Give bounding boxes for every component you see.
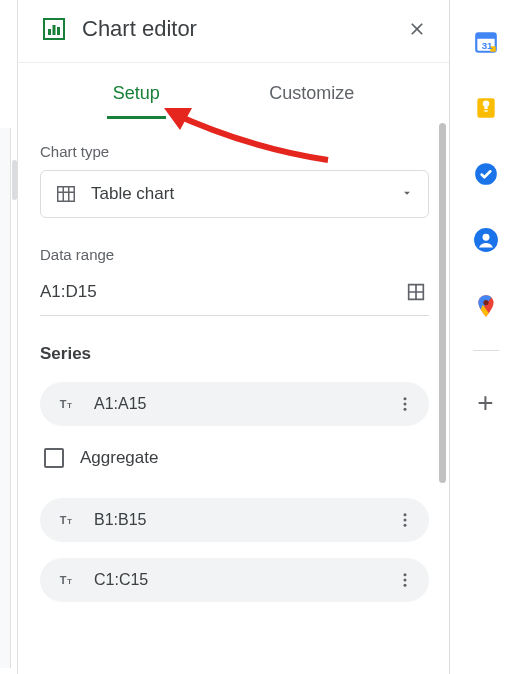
svg-text:31: 31 (481, 40, 492, 51)
text-format-icon: TT (58, 510, 78, 530)
text-format-icon: TT (58, 394, 78, 414)
chart-type-select[interactable]: Table chart (40, 170, 429, 218)
maps-app-button[interactable] (472, 292, 500, 320)
series-item-0[interactable]: TT A1:A15 (40, 382, 429, 426)
plus-icon: + (477, 389, 493, 417)
series-item-label: A1:A15 (94, 395, 375, 413)
tab-setup[interactable]: Setup (107, 63, 166, 119)
svg-rect-3 (57, 27, 60, 35)
tasks-icon (473, 161, 499, 187)
aggregate-checkbox[interactable] (44, 448, 64, 468)
spreadsheet-edge (0, 0, 18, 674)
more-vert-icon (396, 571, 414, 589)
table-chart-icon (55, 183, 77, 205)
contacts-app-button[interactable] (472, 226, 500, 254)
panel-title: Chart editor (82, 16, 389, 42)
svg-text:T: T (60, 574, 67, 586)
panel-body: Chart type Table chart Data range A1:D15… (18, 119, 449, 674)
series-item-label: B1:B15 (94, 511, 375, 529)
svg-text:T: T (67, 577, 72, 586)
tabs: Setup Customize (18, 63, 449, 119)
side-panel: 31 + (450, 0, 521, 674)
panel-scrollbar-thumb[interactable] (439, 123, 446, 483)
series-item-menu[interactable] (391, 566, 419, 594)
grid-icon (405, 281, 427, 303)
svg-point-11 (404, 513, 407, 516)
text-format-icon: TT (58, 570, 78, 590)
more-vert-icon (396, 395, 414, 413)
series-item-menu[interactable] (391, 390, 419, 418)
chart-type-value: Table chart (91, 184, 386, 204)
svg-point-7 (404, 403, 407, 406)
svg-text:T: T (60, 514, 67, 526)
aggregate-row: Aggregate (40, 442, 429, 498)
keep-icon (473, 95, 499, 121)
series-item-label: C1:C15 (94, 571, 375, 589)
svg-point-27 (482, 234, 489, 241)
data-range-row: A1:D15 (40, 273, 429, 316)
svg-text:T: T (67, 401, 72, 410)
svg-point-18 (404, 584, 407, 587)
calendar-icon: 31 (473, 29, 499, 55)
svg-point-8 (404, 408, 407, 411)
svg-rect-2 (53, 25, 56, 35)
contacts-icon (473, 227, 499, 253)
svg-text:T: T (67, 517, 72, 526)
close-icon (407, 19, 427, 39)
aggregate-label: Aggregate (80, 448, 158, 468)
panel-header: Chart editor (18, 0, 449, 63)
add-on-button[interactable]: + (472, 389, 500, 417)
chart-type-label: Chart type (40, 143, 429, 160)
data-range-label: Data range (40, 246, 429, 263)
svg-point-17 (404, 579, 407, 582)
calendar-app-button[interactable]: 31 (472, 28, 500, 56)
svg-text:T: T (60, 398, 67, 410)
svg-point-6 (404, 397, 407, 400)
row-header-strip (0, 128, 11, 668)
series-item-menu[interactable] (391, 506, 419, 534)
series-item-1[interactable]: TT B1:B15 (40, 498, 429, 542)
sidebar-divider (473, 350, 499, 351)
chart-editor-panel: Chart editor Setup Customize Chart type … (18, 0, 450, 674)
data-range-input[interactable]: A1:D15 (40, 282, 393, 302)
svg-rect-20 (476, 33, 496, 38)
svg-rect-1 (48, 29, 51, 35)
svg-point-13 (404, 524, 407, 527)
select-range-button[interactable] (403, 279, 429, 305)
maps-icon (473, 293, 499, 319)
more-vert-icon (396, 511, 414, 529)
svg-point-12 (404, 519, 407, 522)
chevron-down-icon (400, 186, 414, 203)
keep-app-button[interactable] (472, 94, 500, 122)
close-button[interactable] (405, 17, 429, 41)
chart-logo-icon (42, 17, 66, 41)
svg-point-28 (483, 300, 488, 305)
svg-rect-24 (484, 110, 487, 112)
tasks-app-button[interactable] (472, 160, 500, 188)
tab-customize[interactable]: Customize (263, 63, 360, 119)
sheet-scrollbar-thumb[interactable] (12, 160, 17, 200)
svg-point-16 (404, 573, 407, 576)
series-title: Series (40, 344, 429, 364)
series-item-2[interactable]: TT C1:C15 (40, 558, 429, 602)
